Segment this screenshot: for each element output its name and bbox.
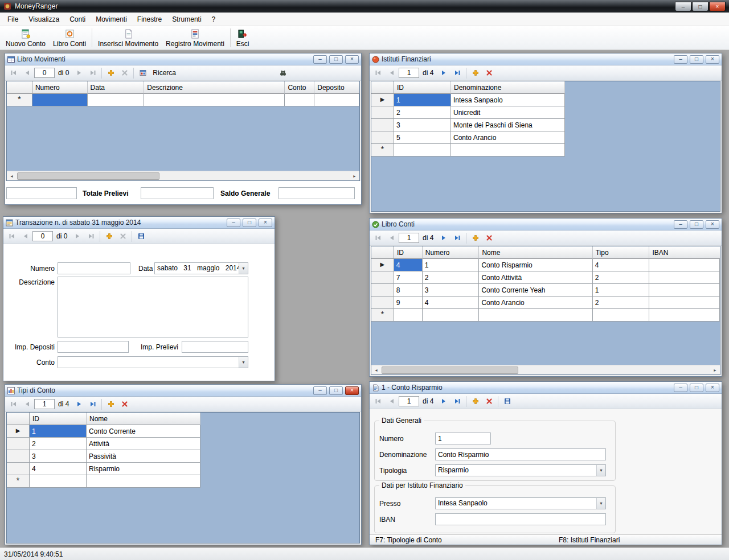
row-header[interactable] [7, 463, 30, 475]
scrollbar-thumb[interactable] [17, 172, 159, 180]
imp-prelievi-input[interactable] [182, 341, 248, 353]
cell-deposito[interactable] [314, 94, 359, 106]
tipi-di-conto-titlebar[interactable]: Tipi di Conto – □ × [5, 385, 361, 397]
inserisci-movimento-button[interactable]: Inserisci Movimento [95, 27, 162, 49]
movements-grid[interactable]: Numero Data Descrizione Conto Deposito *… [6, 81, 360, 181]
cell-id[interactable]: 5 [394, 131, 451, 144]
conti-grid[interactable]: ID Numero Nome Tipo IBAN ▶ 4 1 Conto Ris… [371, 246, 720, 375]
cell-tipo[interactable]: 4 [593, 259, 650, 271]
minimize-button[interactable]: – [227, 219, 240, 227]
cell-numero[interactable]: 3 [423, 284, 480, 297]
move-previous-button[interactable] [19, 230, 32, 242]
move-last-button[interactable] [86, 67, 99, 79]
column-header-nome[interactable]: Nome [87, 413, 200, 425]
close-button[interactable]: × [706, 55, 719, 64]
delete-button[interactable] [118, 67, 131, 79]
cell-nome[interactable]: Conto Risparmio [479, 259, 592, 271]
cell-id[interactable]: 7 [394, 271, 423, 284]
move-last-button[interactable] [86, 398, 99, 410]
denominazione-input[interactable] [435, 448, 606, 460]
close-button[interactable]: × [706, 220, 719, 229]
scroll-left-arrow[interactable]: ◄ [7, 171, 17, 180]
move-first-button[interactable] [371, 232, 384, 244]
column-header-id[interactable]: ID [394, 81, 451, 94]
cell-nome[interactable]: Passività [87, 450, 200, 463]
minimize-button[interactable]: – [313, 55, 327, 64]
chevron-down-icon[interactable]: ▼ [596, 465, 605, 476]
column-header-id[interactable]: ID [30, 413, 87, 425]
row-header[interactable] [7, 450, 30, 463]
row-header[interactable] [371, 271, 394, 284]
row-header[interactable] [371, 131, 394, 144]
record-position-input[interactable] [399, 396, 419, 406]
close-button[interactable]: × [345, 386, 359, 395]
record-position-input[interactable] [34, 68, 55, 78]
chevron-down-icon[interactable]: ▼ [239, 357, 248, 368]
row-header[interactable] [371, 284, 394, 297]
close-button[interactable]: × [706, 384, 719, 392]
cell-id[interactable]: 2 [30, 438, 87, 450]
nuovo-conto-button[interactable]: Nuovo Conto [2, 27, 49, 49]
move-next-button[interactable] [71, 230, 84, 242]
maximize-button[interactable]: □ [243, 219, 256, 227]
menu-conti[interactable]: Conti [64, 13, 91, 26]
cell-id[interactable]: 3 [30, 450, 87, 463]
cell-tipo[interactable] [593, 309, 650, 322]
table-row[interactable]: 5 Conto Arancio [371, 131, 720, 144]
imp-depositi-input[interactable] [58, 341, 129, 353]
cell-id[interactable]: 2 [394, 106, 451, 119]
move-last-button[interactable] [450, 232, 464, 244]
grid-corner[interactable] [7, 81, 32, 94]
report-button[interactable] [136, 67, 149, 79]
add-new-button[interactable] [104, 67, 117, 79]
record-position-input[interactable] [399, 68, 419, 78]
istituti-finanziari-titlebar[interactable]: Istituti Finanziari – □ × [370, 53, 722, 65]
table-row[interactable]: 2 Attività [7, 438, 359, 450]
maximize-button[interactable]: □ [692, 2, 708, 11]
cell-iban[interactable] [649, 259, 720, 271]
move-first-button[interactable] [7, 398, 20, 410]
horizontal-scrollbar[interactable]: ◄ ► [7, 171, 359, 180]
table-row[interactable]: ▶ 1 Conto Corrente [7, 425, 359, 438]
libro-conti-button[interactable]: Libro Conti [50, 27, 89, 49]
move-first-button[interactable] [5, 230, 18, 242]
move-previous-button[interactable] [385, 232, 398, 244]
cell-id[interactable] [394, 144, 451, 157]
cell-denominazione[interactable]: Intesa Sanpaolo [451, 94, 565, 106]
move-next-button[interactable] [72, 67, 85, 79]
table-row[interactable]: 3 Passività [7, 450, 359, 463]
maximize-button[interactable]: □ [690, 55, 703, 64]
move-previous-button[interactable] [385, 67, 398, 79]
cell-nome[interactable]: Conto Corrente [87, 425, 200, 438]
row-header[interactable]: ▶ [371, 259, 394, 271]
new-row[interactable]: * [371, 144, 720, 157]
cell-tipo[interactable]: 2 [593, 271, 650, 284]
registro-movimenti-button[interactable]: Registro Movimenti [162, 27, 228, 49]
cell-nome[interactable]: Conto Arancio [479, 297, 592, 309]
horizontal-scrollbar[interactable]: ◄ ► [371, 365, 720, 374]
close-button[interactable]: × [709, 2, 726, 11]
libro-conti-titlebar[interactable]: Libro Conti – □ × [370, 219, 722, 230]
maximize-button[interactable]: □ [690, 384, 703, 392]
conto-combobox[interactable]: ▼ [58, 356, 248, 368]
row-header[interactable]: * [7, 475, 30, 488]
minimize-button[interactable]: – [675, 2, 691, 11]
scrollbar-thumb[interactable] [382, 367, 518, 374]
add-new-button[interactable] [469, 396, 482, 407]
delete-button[interactable] [116, 230, 129, 242]
move-first-button[interactable] [371, 67, 384, 79]
numero-input[interactable] [58, 262, 130, 274]
record-position-input[interactable] [399, 233, 419, 243]
column-header-numero[interactable]: Numero [423, 246, 480, 259]
scroll-right-arrow[interactable]: ► [710, 365, 720, 374]
maximize-button[interactable]: □ [329, 386, 343, 395]
table-row[interactable]: ▶ 1 Intesa Sanpaolo [371, 94, 720, 106]
cell-nome[interactable] [479, 309, 592, 322]
cell-id[interactable]: 4 [30, 463, 87, 475]
row-header[interactable]: * [371, 144, 394, 157]
move-next-button[interactable] [437, 396, 450, 407]
totale-depositi-input[interactable] [6, 187, 77, 199]
row-header[interactable]: ▶ [371, 94, 394, 106]
istituti-grid[interactable]: ID Denominazione ▶ 1 Intesa Sanpaolo 2 U… [371, 81, 720, 212]
column-header-deposito[interactable]: Deposito [314, 81, 359, 94]
